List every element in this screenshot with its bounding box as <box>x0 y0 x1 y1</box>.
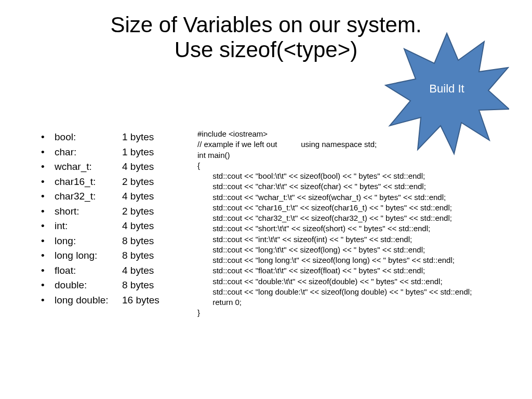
slide-title: Size of Variables on our system. Use siz… <box>0 12 532 63</box>
type-label: long: <box>55 234 122 249</box>
bullet-icon: • <box>39 263 55 278</box>
size-value: 8 bytes <box>122 234 154 249</box>
size-value: 2 bytes <box>122 175 154 190</box>
size-value: 2 bytes <box>122 204 154 219</box>
size-value: 16 bytes <box>122 293 159 308</box>
code-block: #include <iostream> // example if we lef… <box>197 129 509 318</box>
bullet-icon: • <box>39 159 55 175</box>
size-row: •char:1 bytes <box>39 145 190 160</box>
type-label: char16_t: <box>55 175 122 190</box>
size-value: 4 bytes <box>122 159 154 175</box>
bullet-icon: • <box>39 219 55 234</box>
size-row: •wchar_t:4 bytes <box>39 159 190 175</box>
size-row: •double:8 bytes <box>39 278 190 293</box>
size-value: 4 bytes <box>122 189 154 204</box>
size-row: •int:4 bytes <box>39 219 190 234</box>
bullet-icon: • <box>39 293 55 308</box>
size-value: 4 bytes <box>122 219 154 234</box>
bullet-icon: • <box>39 204 55 219</box>
size-row: •long:8 bytes <box>39 234 190 249</box>
sizes-list: •bool:1 bytes•char:1 bytes•wchar_t:4 byt… <box>39 130 190 308</box>
bullet-icon: • <box>39 175 55 190</box>
bullet-icon: • <box>39 278 55 293</box>
size-value: 8 bytes <box>122 248 154 263</box>
type-label: short: <box>55 204 122 219</box>
bullet-icon: • <box>39 130 55 145</box>
size-row: •char16_t:2 bytes <box>39 175 190 190</box>
size-row: •bool:1 bytes <box>39 130 190 145</box>
type-label: int: <box>55 219 122 234</box>
bullet-icon: • <box>39 248 55 263</box>
type-label: double: <box>55 278 122 293</box>
type-label: char32_t: <box>55 189 122 204</box>
bullet-icon: • <box>39 234 55 249</box>
bullet-icon: • <box>39 145 55 160</box>
size-row: •float:4 bytes <box>39 263 190 278</box>
title-line1: Size of Variables on our system. <box>0 12 532 37</box>
size-value: 1 bytes <box>122 130 154 145</box>
slide: Size of Variables on our system. Use siz… <box>0 0 532 399</box>
title-line2: Use sizeof(<type>) <box>0 37 532 62</box>
type-label: float: <box>55 263 122 278</box>
size-row: •long long:8 bytes <box>39 248 190 263</box>
type-label: wchar_t: <box>55 159 122 175</box>
size-row: •short:2 bytes <box>39 204 190 219</box>
type-label: char: <box>55 145 122 160</box>
size-value: 1 bytes <box>122 145 154 160</box>
type-label: long double: <box>55 293 122 308</box>
type-label: bool: <box>55 130 122 145</box>
size-row: •char32_t:4 bytes <box>39 189 190 204</box>
size-value: 8 bytes <box>122 278 154 293</box>
size-value: 4 bytes <box>122 263 154 278</box>
type-label: long long: <box>55 248 122 263</box>
size-row: •long double:16 bytes <box>39 293 190 308</box>
bullet-icon: • <box>39 189 55 204</box>
badge-label: Build It <box>384 82 509 96</box>
